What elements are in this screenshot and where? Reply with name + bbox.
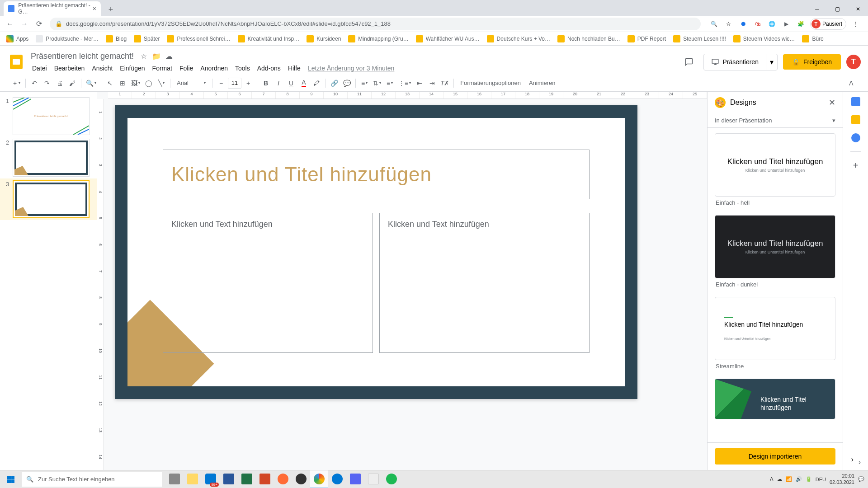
bookmark-item[interactable]: Noch hochladen Bu…	[555, 33, 623, 44]
taskbar-app[interactable]	[346, 470, 364, 488]
slides-logo[interactable]	[7, 53, 25, 71]
move-icon[interactable]: 📁	[152, 52, 161, 61]
tray-battery-icon[interactable]: 🔋	[806, 476, 812, 482]
next-page-button[interactable]: ›	[859, 458, 861, 466]
highlight-button[interactable]: 🖍	[311, 77, 322, 89]
browser-menu-icon[interactable]: ⋮	[850, 19, 861, 29]
text-color-button[interactable]: A	[298, 77, 310, 89]
indent-increase-button[interactable]: ⇥	[426, 77, 438, 89]
clear-format-button[interactable]: T✗	[439, 77, 451, 89]
bold-button[interactable]: B	[260, 77, 272, 89]
taskbar-app[interactable]	[274, 470, 292, 488]
bulleted-list-button[interactable]: ⋮≡▾	[396, 77, 413, 89]
window-close-button[interactable]: ✕	[848, 2, 868, 16]
tab-close-icon[interactable]: ×	[93, 5, 96, 12]
bookmark-item[interactable]: Blog	[103, 33, 129, 44]
slide-thumb-3[interactable]: 3	[0, 178, 97, 220]
tray-notifications-icon[interactable]: 💬	[858, 476, 864, 482]
numbered-list-button[interactable]: ≡▾	[384, 77, 396, 89]
tray-clock[interactable]: 20:01 02.03.2021	[830, 473, 854, 485]
cloud-status-icon[interactable]: ☁	[165, 52, 174, 61]
taskbar-app-excel[interactable]	[238, 470, 256, 488]
bookmark-item[interactable]: Produktsuche - Mer…	[33, 33, 101, 44]
new-tab-button[interactable]: +	[104, 3, 117, 16]
font-size-decrease[interactable]: −	[215, 77, 227, 89]
design-option-streamline[interactable]: Klicken und Titel hinzufügen Klicken und…	[715, 297, 835, 375]
bookmark-item[interactable]: Deutsche Kurs + Vo…	[484, 33, 553, 44]
shape-tool[interactable]: ◯	[143, 77, 155, 89]
comment-button[interactable]: 💬	[341, 77, 353, 89]
menu-insert[interactable]: Einfügen	[117, 63, 148, 74]
title-placeholder[interactable]: Klicken und Titel hinzufügen	[163, 150, 590, 199]
bookmark-item[interactable]: Mindmapping (Gru…	[345, 33, 411, 44]
document-title[interactable]: Präsentieren leicht gemacht!	[29, 51, 136, 62]
textbox-tool[interactable]: ⊞	[117, 77, 128, 89]
bookmark-item[interactable]: Später	[131, 33, 162, 44]
browser-tab[interactable]: Präsentieren leicht gemacht! - G… ×	[4, 1, 101, 16]
line-spacing-button[interactable]: ⇅▾	[371, 77, 383, 89]
select-tool[interactable]: ↖	[104, 77, 116, 89]
extension-icon[interactable]: 🛍	[752, 19, 763, 29]
tasks-icon[interactable]	[851, 133, 860, 142]
menu-help[interactable]: Hilfe	[285, 63, 304, 74]
font-select[interactable]: Arial▾	[173, 77, 209, 89]
tray-volume-icon[interactable]: 🔊	[796, 476, 802, 482]
format-options-button[interactable]: Formatierungsoptionen	[457, 78, 524, 88]
share-button[interactable]: 🔒 Freigeben	[783, 54, 841, 70]
extension-icon[interactable]: ▶	[781, 19, 792, 29]
bookmark-item[interactable]: Steuern Videos wic…	[731, 33, 798, 44]
tray-chevron-icon[interactable]: ᐱ	[770, 476, 774, 482]
link-button[interactable]: 🔗	[328, 77, 340, 89]
taskbar-app-obs[interactable]	[292, 470, 310, 488]
bookmark-item[interactable]: Steuern Lesen !!!!	[670, 33, 729, 44]
body-placeholder-left[interactable]: Klicken und Text hinzufügen	[163, 213, 373, 353]
ruler-vertical[interactable]: 1234567891011121314	[97, 99, 104, 470]
account-avatar[interactable]: T	[846, 55, 861, 69]
menu-view[interactable]: Ansicht	[89, 63, 116, 74]
paint-format-button[interactable]: 🖌	[66, 77, 78, 89]
taskbar-app-chrome[interactable]	[310, 470, 328, 488]
ruler-horizontal[interactable]: 1234567891011121314151617181920212223242…	[108, 92, 707, 99]
bookmark-item[interactable]: PDF Report	[625, 33, 669, 44]
bookmark-item[interactable]: Wahlfächer WU Aus…	[413, 33, 482, 44]
zoom-icon[interactable]: 🔍	[709, 19, 720, 29]
slide-thumb-2[interactable]: 2	[0, 137, 97, 178]
menu-tools[interactable]: Tools	[232, 63, 253, 74]
design-option-4[interactable]: Klicken und Titel hinzufügen	[715, 379, 835, 419]
comments-button[interactable]	[680, 53, 698, 71]
extension-icon[interactable]: 🌐	[767, 19, 778, 29]
menu-addons[interactable]: Add-ons	[254, 63, 284, 74]
animate-button[interactable]: Animieren	[525, 78, 559, 88]
tray-language[interactable]: DEU	[816, 477, 826, 482]
new-slide-button[interactable]: +▾	[11, 77, 23, 89]
designs-section-toggle[interactable]: In dieser Präsentation ▾	[708, 113, 843, 128]
slide-thumb-1[interactable]: 1 Präsentieren leicht gemacht!	[0, 95, 97, 137]
bookmark-item[interactable]: Kreativität und Insp…	[235, 33, 302, 44]
taskbar-app-edge2[interactable]	[328, 470, 346, 488]
taskbar-app-spotify[interactable]	[382, 470, 401, 488]
bookmark-item[interactable]: Kursideen	[304, 33, 344, 44]
bookmark-apps[interactable]: Apps	[4, 33, 31, 44]
close-icon[interactable]: ✕	[829, 98, 835, 108]
image-tool[interactable]: 🖼▾	[129, 77, 142, 89]
zoom-button[interactable]: 🔍▾	[84, 77, 98, 89]
indent-decrease-button[interactable]: ⇤	[414, 77, 425, 89]
taskbar-search[interactable]: 🔍 Zur Suche Text hier eingeben	[22, 472, 162, 487]
design-option-light[interactable]: Klicken und Titel hinzufügen Klicken und…	[715, 133, 835, 211]
history-link[interactable]: Letzte Änderung vor 3 Minuten	[305, 63, 397, 74]
bookmark-item[interactable]: Büro	[799, 33, 826, 44]
menu-arrange[interactable]: Anordnen	[197, 63, 231, 74]
taskbar-app-powerpoint[interactable]	[256, 470, 274, 488]
font-size-increase[interactable]: +	[242, 77, 254, 89]
menu-slide[interactable]: Folie	[176, 63, 196, 74]
present-dropdown[interactable]: ▾	[766, 54, 777, 70]
window-maximize-button[interactable]: ▢	[827, 2, 848, 16]
underline-button[interactable]: U	[285, 77, 297, 89]
taskbar-app-word[interactable]	[220, 470, 238, 488]
menu-edit[interactable]: Bearbeiten	[51, 63, 88, 74]
align-button[interactable]: ≡▾	[359, 77, 370, 89]
present-button[interactable]: Präsentieren	[704, 54, 766, 70]
tray-wifi-icon[interactable]: 📶	[786, 476, 792, 482]
start-button[interactable]	[0, 470, 22, 488]
design-option-dark[interactable]: Klicken und Titel hinzufügen Klicken und…	[715, 215, 835, 293]
